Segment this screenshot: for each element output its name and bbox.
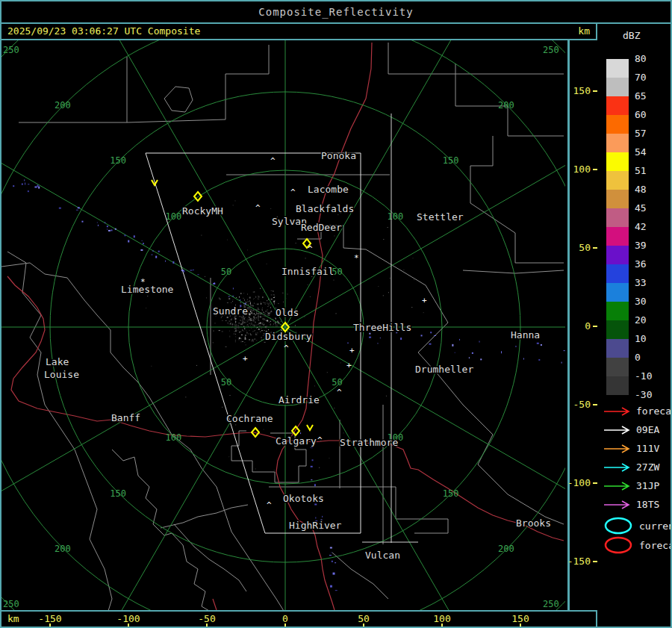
interference-echo: [25, 183, 25, 185]
reflectivity-echo: [239, 323, 240, 323]
reflectivity-echo: [273, 321, 274, 322]
interference-echo: [380, 338, 381, 338]
reflectivity-echo: [280, 319, 281, 320]
dbz-swatch: [606, 190, 629, 208]
dbz-scale-label: 20: [635, 315, 647, 326]
reflectivity-echo: [244, 317, 245, 318]
reflectivity-echo: [251, 323, 252, 323]
point-marker: ^: [267, 500, 272, 510]
range-ring-label: 200: [55, 544, 71, 554]
y-tick-label: 150: [573, 85, 591, 96]
dbz-swatch: [606, 115, 629, 134]
reflectivity-echo: [240, 302, 241, 303]
reflectivity-echo: [254, 331, 255, 332]
reflectivity-echo: [242, 329, 243, 331]
y-axis: 150100500-50-100-150: [567, 40, 598, 610]
reflectivity-echo: [214, 323, 215, 323]
reflectivity-echo: [196, 365, 197, 366]
reflectivity-echo: [270, 304, 271, 305]
reflectivity-echo: [262, 323, 263, 325]
interference-echo: [501, 351, 502, 353]
dbz-swatch: [606, 339, 629, 358]
reflectivity-echo: [235, 336, 236, 337]
reflectivity-echo: [390, 278, 391, 279]
dbz-swatch: [606, 302, 629, 320]
reflectivity-echo: [233, 205, 234, 205]
radar-map-display[interactable]: 5050505010010010010015015015015020020020…: [1, 40, 565, 610]
reflectivity-echo: [213, 342, 214, 343]
reflectivity-echo: [147, 296, 148, 296]
reflectivity-echo: [277, 321, 278, 323]
city-label-Louise: Louise: [44, 369, 79, 380]
reflectivity-echo: [259, 326, 261, 326]
reflectivity-echo: [276, 324, 276, 325]
reflectivity-echo: [267, 326, 267, 327]
interference-echo: [111, 229, 113, 231]
point-marker: +: [346, 361, 352, 370]
reflectivity-echo: [249, 339, 250, 340]
interference-echo: [311, 479, 312, 480]
city-label-Didsbury: Didsbury: [265, 331, 312, 342]
legend-label: 18TS: [636, 499, 659, 510]
reflectivity-echo: [254, 313, 255, 314]
reflectivity-echo: [319, 467, 320, 468]
dbz-scale-label: 80: [635, 54, 647, 64]
interference-echo: [300, 432, 301, 434]
legend-item-current-ellipse: current: [603, 516, 672, 535]
reflectivity-echo: [264, 302, 266, 303]
reflectivity-echo: [227, 317, 228, 318]
city-label-Limestone: Limestone: [121, 284, 174, 295]
reflectivity-echo: [256, 340, 257, 341]
legend-label: forecast: [639, 540, 672, 551]
interference-echo: [537, 343, 539, 344]
reflectivity-echo: [261, 326, 263, 327]
legend-label: 27ZW: [636, 461, 659, 473]
reflectivity-echo: [230, 395, 231, 396]
reflectivity-echo: [264, 320, 264, 320]
reflectivity-echo: [256, 311, 257, 313]
reflectivity-echo: [253, 299, 254, 299]
radar-map-canvas[interactable]: 5050505010010010010015015015015020020020…: [1, 40, 565, 610]
highway-line: [213, 599, 217, 610]
reflectivity-echo: [251, 305, 252, 306]
storm-arrow-icon: [603, 406, 630, 417]
reflectivity-echo: [245, 335, 246, 336]
reflectivity-echo: [249, 320, 250, 321]
interference-echo: [143, 243, 144, 244]
azimuth-spoke: [285, 327, 509, 610]
interference-echo: [38, 187, 40, 189]
reflectivity-echo: [249, 317, 250, 318]
reflectivity-echo: [243, 303, 244, 304]
reflectivity-echo: [256, 314, 258, 314]
reflectivity-echo: [270, 325, 270, 326]
reflectivity-echo: [235, 341, 236, 342]
interference-echo: [480, 358, 482, 360]
reflectivity-echo: [271, 311, 272, 312]
reflectivity-echo: [237, 326, 237, 328]
reflectivity-echo: [246, 322, 246, 323]
reflectivity-echo: [221, 317, 222, 318]
y-tick-label: 0: [585, 320, 591, 332]
point-marker: +: [349, 346, 355, 355]
reflectivity-echo: [388, 227, 388, 228]
dbz-scale-label: 57: [635, 128, 647, 139]
reflectivity-echo: [256, 328, 257, 329]
reflectivity-echo: [255, 332, 256, 334]
reflectivity-echo: [241, 317, 243, 318]
reflectivity-echo: [271, 294, 273, 295]
dbz-scale-label: 51: [635, 166, 647, 176]
reflectivity-echo: [246, 320, 246, 320]
interference-echo: [228, 296, 230, 297]
legend-item-111V: 111V: [603, 443, 659, 454]
reflectivity-echo: [228, 298, 230, 299]
reflectivity-echo: [239, 332, 240, 332]
reflectivity-echo: [414, 279, 414, 280]
reflectivity-echo: [258, 313, 260, 314]
reflectivity-echo: [247, 301, 249, 302]
reflectivity-echo: [231, 318, 232, 319]
reflectivity-echo: [264, 316, 266, 317]
reflectivity-echo: [343, 432, 344, 433]
reflectivity-echo: [250, 307, 251, 308]
reflectivity-echo: [264, 313, 265, 314]
interference-echo: [330, 547, 332, 549]
